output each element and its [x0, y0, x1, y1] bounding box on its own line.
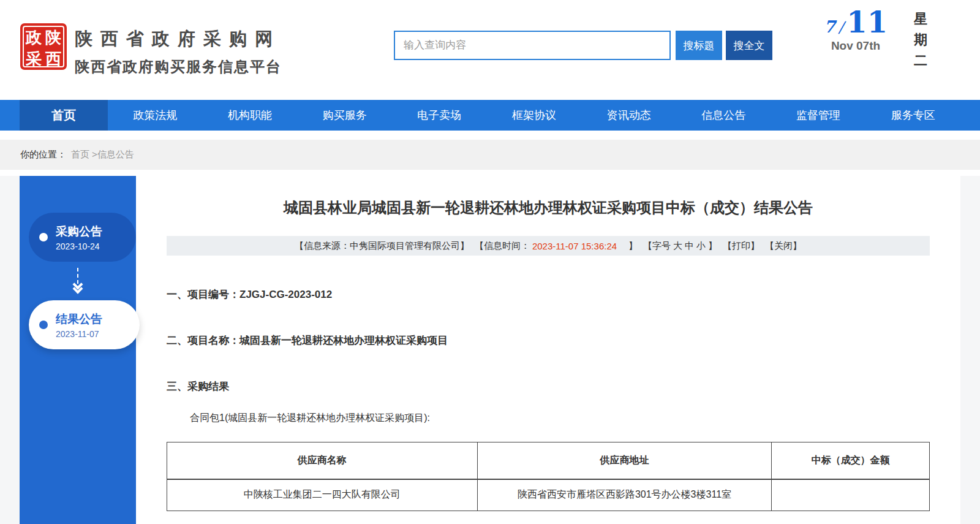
- logo-characters: 政 陕 采 西: [23, 26, 64, 67]
- bullet-dot-icon: [39, 233, 48, 241]
- step-title: 采购公告: [56, 224, 102, 240]
- nav-item-home[interactable]: 首页: [20, 100, 108, 131]
- logo-char: 政: [24, 27, 43, 48]
- breadcrumb: 你的位置： 首页 >信息公告: [0, 140, 980, 170]
- site-logo-seal-icon[interactable]: 政 陕 采 西: [20, 23, 67, 70]
- spacer: [0, 131, 980, 140]
- flow-down-arrow-icon: [20, 268, 136, 292]
- page-body: 采购公告 2023-10-24 结果公告 2023-11-07 城固县林业局城固…: [0, 176, 980, 524]
- font-size-controls: 【字号 大 中 小 】: [643, 240, 717, 252]
- section-project-name: 二、项目名称：城固县新一轮退耕还林地办理林权证采购项目: [167, 333, 930, 347]
- site-title: 陕西省政府采购网: [75, 27, 282, 51]
- site-header: 政 陕 采 西 陕西省政府采购网 陕西省政府购买服务信息平台 搜标题 搜全文 7…: [0, 0, 980, 100]
- font-size-medium-button[interactable]: 中: [685, 240, 694, 252]
- col-header-supplier-name: 供应商名称: [167, 442, 478, 479]
- article-main: 城固县林业局城固县新一轮退耕还林地办理林权证采购项目中标（成交）结果公告 【信息…: [136, 176, 960, 524]
- nav-item-purchase-services[interactable]: 购买服务: [297, 100, 392, 131]
- date-english: Nov 07th: [816, 39, 895, 53]
- cell-supplier-address: 陕西省西安市雁塔区西影路301号办公楼3楼311室: [477, 479, 772, 511]
- info-time: 【信息时间： 2023-11-07 15:36:24 】: [475, 240, 638, 252]
- article-info-bar: 【信息来源：中隽国际项目管理有限公司】 【信息时间： 2023-11-07 15…: [167, 236, 930, 256]
- nav-item-functions[interactable]: 机构职能: [203, 100, 298, 131]
- nav-item-policies[interactable]: 政策法规: [108, 100, 203, 131]
- date-numeric: 7 / 11: [816, 5, 895, 39]
- cell-award-amount: [772, 479, 930, 511]
- spacer: [0, 170, 980, 176]
- info-timestamp: 2023-11-07 15:36:24: [532, 241, 617, 251]
- close-button[interactable]: 【关闭】: [765, 240, 802, 252]
- timeline-sidebar: 采购公告 2023-10-24 结果公告 2023-11-07: [20, 176, 136, 524]
- table-header-row: 供应商名称 供应商地址 中标（成交）金额: [167, 442, 930, 479]
- main-nav: 首页 政策法规 机构职能 购买服务 电子卖场 框架协议 资讯动态 信息公告 监督…: [0, 100, 980, 131]
- cell-supplier-name: 中陕核工业集团二一四大队有限公司: [167, 479, 478, 511]
- step-title: 结果公告: [56, 311, 102, 327]
- date-month: 7: [824, 17, 835, 36]
- col-header-award-amount: 中标（成交）金额: [772, 442, 930, 479]
- font-size-large-button[interactable]: 大: [673, 240, 682, 252]
- nav-item-service-zone[interactable]: 服务专区: [865, 100, 960, 131]
- nav-item-e-mall[interactable]: 电子卖场: [392, 100, 487, 131]
- result-table: 供应商名称 供应商地址 中标（成交）金额 中陕核工业集团二一四大队有限公司 陕西…: [167, 442, 930, 511]
- nav-item-announcements[interactable]: 信息公告: [676, 100, 771, 131]
- logo-char: 采: [24, 48, 43, 70]
- breadcrumb-home-link[interactable]: 首页: [71, 149, 89, 161]
- section-procurement-result: 三、采购结果: [167, 379, 930, 393]
- weekday-label: 星期二: [914, 9, 930, 71]
- step-date: 2023-10-24: [56, 241, 102, 251]
- search-title-button[interactable]: 搜标题: [676, 31, 722, 60]
- date-widget: 7 / 11 Nov 07th: [816, 5, 895, 53]
- article-title: 城固县林业局城固县新一轮退耕还林地办理林权证采购项目中标（成交）结果公告: [167, 198, 930, 218]
- date-slash: /: [839, 18, 843, 36]
- table-row: 中陕核工业集团二一四大队有限公司 陕西省西安市雁塔区西影路301号办公楼3楼31…: [167, 479, 930, 511]
- sidebar-item-result-announcement[interactable]: 结果公告 2023-11-07: [29, 300, 140, 349]
- contract-package-line: 合同包1(城固县新一轮退耕还林地办理林权证采购项目):: [167, 412, 930, 425]
- section-project-number: 一、项目编号：ZJGJ-CG-2023-012: [167, 287, 930, 302]
- brand-block: 陕西省政府采购网 陕西省政府购买服务信息平台: [75, 27, 282, 77]
- search-fulltext-button[interactable]: 搜全文: [726, 31, 772, 60]
- logo-char: 陕: [43, 27, 63, 48]
- search-input[interactable]: [394, 31, 671, 60]
- nav-item-supervision[interactable]: 监督管理: [771, 100, 866, 131]
- search-box: 搜标题 搜全文: [394, 31, 772, 60]
- font-size-small-button[interactable]: 小: [696, 240, 706, 252]
- sidebar-item-procurement-announcement[interactable]: 采购公告 2023-10-24: [29, 213, 136, 262]
- site-subtitle: 陕西省政府购买服务信息平台: [75, 57, 282, 77]
- col-header-supplier-address: 供应商地址: [477, 442, 772, 479]
- logo-char: 西: [43, 48, 63, 70]
- info-source: 【信息来源：中隽国际项目管理有限公司】: [295, 240, 469, 252]
- step-date: 2023-11-07: [56, 329, 102, 339]
- breadcrumb-current: >信息公告: [92, 149, 134, 161]
- print-button[interactable]: 【打印】: [723, 240, 760, 252]
- breadcrumb-label: 你的位置：: [20, 149, 66, 161]
- date-day: 11: [846, 5, 888, 39]
- bullet-dot-icon: [39, 321, 48, 329]
- nav-item-news[interactable]: 资讯动态: [581, 100, 676, 131]
- nav-item-framework-agreement[interactable]: 框架协议: [487, 100, 582, 131]
